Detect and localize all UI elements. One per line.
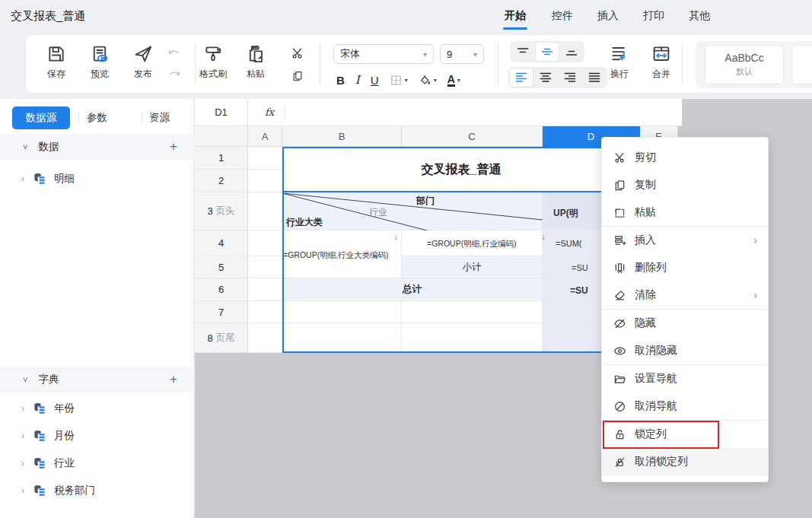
menu-item-lock-column[interactable]: 锁定列 [602, 421, 768, 448]
section-dictionary[interactable]: ˅ 字典 + [0, 367, 194, 392]
tree-item-detail[interactable]: › 明细 [0, 166, 194, 192]
row-header-1[interactable]: 1 [195, 147, 248, 170]
cell-styles-gallery: AaBbCc 默认 AaBb 标题 [696, 41, 812, 88]
align-center-button[interactable] [534, 68, 557, 87]
tree-item-year[interactable]: › 年份 [0, 396, 194, 421]
cell-reference-box[interactable]: D1 [195, 99, 248, 126]
sidebar-tab-datasource[interactable]: 数据源 [12, 106, 70, 129]
preview-button[interactable]: 预览 [78, 42, 121, 81]
font-color-glyph: A [447, 74, 455, 87]
chevron-down-icon: ▾ [434, 77, 437, 84]
row-header-3[interactable]: 3页头 [195, 192, 248, 230]
tab-print[interactable]: 打印 [643, 9, 664, 23]
toolbar: 保存 预览 发布 格式刷 粘贴 宋体 [25, 34, 812, 94]
menu-item-unhide[interactable]: 取消隐藏 [602, 337, 768, 364]
cell-A1[interactable] [248, 147, 282, 170]
formula-bar: D1 fx [195, 99, 682, 126]
cell-A4[interactable] [248, 230, 282, 256]
cell-C4[interactable]: ↓ =GROUP(明细,行业编码) [402, 230, 543, 256]
tree-item-industry[interactable]: › 行业 [0, 450, 194, 476]
chevron-right-icon: › [21, 173, 24, 184]
row-header-8[interactable]: 8页尾 [195, 323, 248, 353]
tree-item-tax-dept[interactable]: › 税务部门 [0, 478, 194, 504]
chevron-right-icon: › [753, 289, 757, 301]
scissors-icon [613, 151, 626, 164]
wrap-text-button[interactable]: 换行 [598, 42, 641, 81]
align-left-button[interactable] [510, 68, 533, 87]
format-painter-button[interactable]: 格式刷 [192, 42, 234, 81]
cell-B4[interactable]: ↓ =GROUP(明细,行业大类编码) [282, 230, 402, 278]
section-data[interactable]: ˅ 数据 + [0, 134, 194, 160]
cut-button[interactable] [288, 44, 307, 62]
cell-B6[interactable]: 总计 [282, 278, 543, 301]
menu-item-clear[interactable]: 清除 › [602, 281, 768, 309]
cell-A2[interactable] [248, 170, 282, 192]
menu-item-copy[interactable]: 复制 [602, 171, 768, 199]
fill-color-button[interactable]: ▾ [419, 74, 437, 87]
style-default[interactable]: AaBbCc 默认 [705, 45, 784, 84]
column-header-C[interactable]: C [402, 126, 543, 147]
sidebar-tab-resources[interactable]: 资源 [149, 111, 170, 125]
align-middle-button[interactable] [536, 43, 559, 61]
cell-A3[interactable] [248, 192, 282, 230]
column-header-A[interactable]: A [248, 126, 282, 147]
merge-cells-button[interactable]: 合并 [640, 42, 683, 81]
redo-button[interactable] [164, 65, 184, 84]
sidebar-tab-params[interactable]: 参数 [87, 111, 107, 125]
tab-home[interactable]: 开始 [505, 9, 526, 23]
cell-A5[interactable] [248, 256, 282, 278]
menu-item-delete-column[interactable]: 删除列 [602, 254, 768, 281]
align-top-icon [517, 47, 529, 56]
add-icon[interactable]: + [170, 372, 177, 387]
cell-diagonal-header-B3[interactable]: 部门 行业 行业大类 [282, 192, 543, 230]
menu-item-set-navigation[interactable]: 设置导航 [602, 365, 768, 392]
tree-item-month[interactable]: › 月份 [0, 423, 194, 449]
tab-other[interactable]: 其他 [689, 9, 710, 23]
save-button[interactable]: 保存 [35, 42, 78, 81]
corner-header[interactable] [195, 126, 248, 147]
add-icon[interactable]: + [170, 139, 177, 154]
menu-item-paste[interactable]: 粘贴 [602, 199, 768, 226]
undo-button[interactable] [164, 44, 184, 62]
font-color-button[interactable]: A ▾ [447, 74, 460, 87]
align-top-button[interactable] [511, 43, 534, 61]
cell-B8[interactable] [282, 323, 402, 353]
tab-insert[interactable]: 插入 [597, 9, 619, 23]
row-header-2[interactable]: 2 [195, 170, 248, 192]
borders-button[interactable]: ▾ [390, 74, 408, 87]
chevron-right-icon: › [21, 485, 24, 496]
align-bottom-button[interactable] [560, 43, 583, 61]
font-family-select[interactable]: 宋体 ▾ [333, 44, 434, 64]
cell-A8[interactable] [248, 323, 282, 353]
cell-A7[interactable] [248, 301, 282, 323]
row-header-7[interactable]: 7 [195, 301, 248, 323]
italic-button[interactable]: I [355, 73, 360, 87]
paste-button[interactable]: 粘贴 [234, 42, 277, 81]
cell-title-B1-D2[interactable]: 交叉报表_普通 [282, 147, 640, 192]
menu-item-unlock-column[interactable]: 取消锁定列 [602, 448, 768, 475]
row-header-4[interactable]: 4 [195, 230, 248, 256]
menu-item-insert[interactable]: 插入 › [602, 227, 768, 254]
menu-item-hide[interactable]: 隐藏 [602, 310, 768, 337]
chevron-right-icon: › [21, 458, 24, 469]
column-header-B[interactable]: B [282, 126, 402, 147]
menu-item-cancel-navigation[interactable]: 取消导航 [602, 392, 768, 420]
style-title[interactable]: AaBb 标题 [791, 45, 812, 84]
bold-button[interactable]: B [336, 74, 345, 87]
cell-C8[interactable] [402, 323, 543, 353]
publish-button[interactable]: 发布 [122, 42, 164, 81]
align-right-button[interactable] [559, 68, 581, 87]
cell-C7[interactable] [402, 301, 543, 323]
row-header-5[interactable]: 5 [195, 256, 248, 278]
merge-cells-icon [640, 42, 683, 66]
cell-C5[interactable]: 小计 [402, 256, 543, 278]
font-size-select[interactable]: 9 ▾ [440, 44, 484, 64]
expand-down-arrow: ↓ [393, 233, 398, 240]
underline-button[interactable]: U [371, 74, 379, 87]
cell-A6[interactable] [248, 278, 282, 301]
copy-button[interactable] [288, 67, 307, 85]
row-header-6[interactable]: 6 [195, 278, 248, 301]
tab-widgets[interactable]: 控件 [552, 9, 573, 23]
cell-B7[interactable] [282, 301, 402, 323]
menu-item-cut[interactable]: 剪切 [602, 144, 768, 171]
